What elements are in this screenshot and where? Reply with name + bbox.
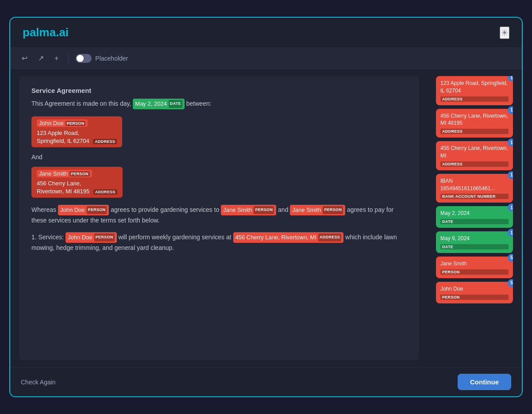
whereas-person1: John Doe bbox=[60, 205, 85, 215]
panel-item-2[interactable]: 1 456 Cherry Lane, Rivertown, MI ADDRESS bbox=[436, 141, 513, 170]
panel-text-2: 456 Cherry Lane, Rivertown, MI bbox=[440, 145, 509, 160]
person1-block: John Doe PERSON 123 Apple Road, Springfi… bbox=[31, 116, 122, 147]
whereas-person2a: Jane Smith bbox=[223, 205, 252, 215]
person2-address-block: 456 Cherry Lane, Rivertown, MI 48195 ADD… bbox=[37, 179, 117, 195]
panel-tag-1: ADDRESS bbox=[440, 129, 509, 134]
panel-item-3[interactable]: 1 IBAN 16549451611665461... BANK ACCOUNT… bbox=[436, 174, 513, 203]
services-address: 456 Cherry Lane, Rivertown, MI bbox=[235, 233, 317, 242]
logo-suffix: .ai bbox=[56, 26, 69, 39]
right-panel: × 1 123 Apple Road, Springfield, IL 6270… bbox=[424, 76, 513, 360]
undo-button[interactable]: ↩ bbox=[19, 52, 30, 64]
person1-address-line1: 123 Apple Road, bbox=[37, 130, 79, 136]
logo: palma.ai bbox=[23, 26, 69, 39]
panel-item-wrapper-2: × 1 456 Cherry Lane, Rivertown, MI ADDRE… bbox=[424, 141, 513, 170]
person1-address-line2: Springfield, IL 62704 bbox=[37, 138, 89, 144]
intro-text: This Agreement is made on this day, bbox=[31, 100, 131, 107]
services-address-tag[interactable]: 456 Cherry Lane, Rivertown, MI ADDRESS bbox=[233, 232, 344, 243]
services-paragraph: 1. Services: John Doe PERSON will perfor… bbox=[31, 232, 407, 253]
whereas-person2a-tag[interactable]: Jane Smith PERSON bbox=[221, 205, 276, 215]
doc-title: Service Agreement bbox=[31, 87, 407, 94]
check-again-button[interactable]: Check Again bbox=[21, 379, 56, 386]
panel-badge-6: 5 bbox=[508, 254, 513, 262]
panel-badge-1: 1 bbox=[508, 106, 513, 114]
services-prefix: 1. Services: bbox=[31, 234, 64, 241]
services-mid: will perform weekly gardening services a… bbox=[118, 234, 231, 241]
person1-name: John Doe bbox=[39, 120, 64, 126]
panel-item-7[interactable]: 5 John Doe PERSON bbox=[436, 282, 513, 303]
person2-address-line1: 456 Cherry Lane, bbox=[37, 180, 81, 187]
panel-text-5: May 9, 2024 bbox=[440, 235, 509, 242]
panel-badge-5: 1 bbox=[508, 229, 513, 237]
panel-item-4[interactable]: 1 May 2, 2024 DATE bbox=[436, 206, 513, 228]
panel-text-4: May 2, 2024 bbox=[440, 210, 509, 217]
panel-tag-0: ADDRESS bbox=[440, 96, 509, 102]
panel-badge-7: 5 bbox=[508, 279, 513, 287]
between-text: between: bbox=[186, 100, 212, 107]
person1-address-block: 123 Apple Road, Springfield, IL 62704 AD… bbox=[37, 129, 117, 145]
person2-address-tag: ADDRESS bbox=[93, 189, 117, 195]
sun-icon[interactable]: ☀ bbox=[500, 27, 509, 39]
document-area: Service Agreement This Agreement is made… bbox=[19, 76, 419, 360]
person1-address-tag: ADDRESS bbox=[93, 139, 117, 144]
panel-tag-6: PERSON bbox=[440, 269, 509, 275]
panel-tag-5: DATE bbox=[440, 244, 509, 249]
continue-button[interactable]: Continue bbox=[458, 374, 511, 390]
whereas-person2b-tag[interactable]: Jane Smith PERSON bbox=[290, 205, 345, 215]
person2-name: Jane Smith bbox=[39, 170, 68, 177]
footer: Check Again Continue bbox=[10, 367, 522, 396]
services-person-tag[interactable]: John Doe PERSON bbox=[66, 232, 116, 243]
panel-tag-3: BANK ACCOUNT NUMBER bbox=[440, 194, 509, 199]
panel-item-wrapper-6: × 5 Jane Smith PERSON bbox=[424, 257, 513, 278]
panel-item-wrapper-4: × 1 May 2, 2024 DATE bbox=[424, 206, 513, 228]
logo-prefix: palma bbox=[23, 26, 56, 39]
panel-text-7: John Doe bbox=[440, 285, 509, 293]
panel-item-5[interactable]: 1 May 9, 2024 DATE bbox=[436, 231, 513, 253]
app-window: palma.ai ☀ ↩ ↗ + Placeholder Service Agr… bbox=[9, 17, 523, 397]
panel-item-6[interactable]: 5 Jane Smith PERSON bbox=[436, 257, 513, 278]
share-button[interactable]: ↗ bbox=[35, 52, 46, 64]
toolbar: ↩ ↗ + Placeholder bbox=[10, 48, 522, 69]
panel-item-wrapper-0: × 1 123 Apple Road, Springfield, IL 6270… bbox=[424, 76, 513, 105]
panel-badge-3: 1 bbox=[508, 171, 513, 179]
panel-text-6: Jane Smith bbox=[440, 260, 509, 268]
panel-text-1: 456 Cherry Lane, Rivertown, MI 48195 bbox=[440, 112, 509, 127]
panel-tag-7: PERSON bbox=[440, 295, 509, 300]
panel-badge-2: 1 bbox=[508, 138, 513, 146]
and-text: And bbox=[31, 153, 407, 161]
toggle-switch[interactable]: Placeholder bbox=[76, 54, 128, 63]
person1-name-tag[interactable]: John Doe PERSON bbox=[37, 119, 88, 127]
panel-item-0[interactable]: 1 123 Apple Road, Springfield, IL 62704 … bbox=[436, 76, 513, 105]
header: palma.ai ☀ bbox=[10, 18, 522, 48]
add-button[interactable]: + bbox=[52, 53, 61, 64]
services-person: John Doe bbox=[68, 233, 93, 242]
panel-text-3: IBAN 16549451611665461... bbox=[440, 177, 509, 192]
toolbar-divider bbox=[68, 53, 69, 64]
date1-label: DATE bbox=[169, 100, 182, 107]
panel-item-wrapper-5: × 1 May 9, 2024 DATE bbox=[424, 231, 513, 253]
panel-item-wrapper-1: × 1 456 Cherry Lane, Rivertown, MI 48195… bbox=[424, 109, 513, 138]
whereas-paragraph: Whereas John Doe PERSON agrees to provid… bbox=[31, 205, 407, 226]
main-content: Service Agreement This Agreement is made… bbox=[10, 69, 522, 367]
panel-item-1[interactable]: 1 456 Cherry Lane, Rivertown, MI 48195 A… bbox=[436, 109, 513, 138]
doc-intro: This Agreement is made on this day, May … bbox=[31, 99, 407, 109]
whereas-person2b: Jane Smith bbox=[292, 205, 321, 215]
placeholder-toggle[interactable] bbox=[76, 54, 92, 63]
whereas-mid: agrees to provide gardening services to bbox=[111, 206, 219, 213]
panel-item-wrapper-7: × 5 John Doe PERSON bbox=[424, 282, 513, 303]
panel-item-wrapper-3: × 1 IBAN 16549451611665461... BANK ACCOU… bbox=[424, 174, 513, 203]
panel-text-0: 123 Apple Road, Springfield, IL 62704 bbox=[440, 80, 509, 95]
document-scroll[interactable]: Service Agreement This Agreement is made… bbox=[19, 76, 419, 360]
date1-tag[interactable]: May 2, 2024 DATE bbox=[133, 99, 185, 109]
placeholder-label: Placeholder bbox=[95, 55, 128, 62]
panel-tag-2: ADDRESS bbox=[440, 161, 509, 167]
whereas-person1-tag[interactable]: John Doe PERSON bbox=[58, 205, 109, 215]
person2-name-tag[interactable]: Jane Smith PERSON bbox=[37, 170, 92, 177]
panel-tag-4: DATE bbox=[440, 219, 509, 224]
whereas-and: and bbox=[278, 206, 288, 213]
date1-value: May 2, 2024 bbox=[135, 99, 167, 109]
person2-block: Jane Smith PERSON 456 Cherry Lane, River… bbox=[31, 167, 123, 198]
person2-address-line2: Rivertown, MI 48195 bbox=[37, 188, 89, 195]
whereas-prefix: Whereas bbox=[31, 206, 56, 213]
